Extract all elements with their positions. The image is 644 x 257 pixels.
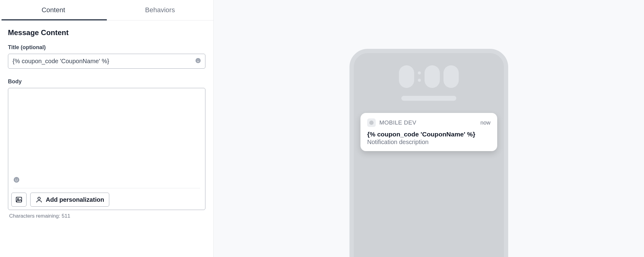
app-name: MOBILE DEV — [379, 119, 477, 126]
form-area: Message Content Title (optional) Body Ad… — [0, 20, 213, 227]
add-personalization-label: Add personalization — [46, 196, 104, 203]
title-input[interactable] — [8, 54, 205, 69]
svg-point-5 — [17, 179, 18, 179]
svg-point-4 — [15, 179, 16, 179]
notification-preview: MOBILE DEV now {% coupon_code 'CouponNam… — [360, 113, 497, 151]
app-icon — [367, 118, 376, 127]
svg-point-8 — [38, 197, 40, 200]
phone-mockup: MOBILE DEV now {% coupon_code 'CouponNam… — [349, 49, 508, 257]
section-title: Message Content — [8, 28, 205, 37]
notification-time: now — [480, 120, 490, 126]
person-icon — [35, 196, 43, 203]
tabs: Content Behaviors — [0, 0, 213, 20]
svg-point-3 — [14, 177, 19, 183]
add-personalization-button[interactable]: Add personalization — [30, 193, 109, 207]
emoji-icon[interactable] — [195, 57, 201, 65]
add-image-button[interactable] — [11, 193, 27, 207]
tab-content[interactable]: Content — [0, 0, 107, 20]
notification-title: {% coupon_code 'CouponName' %} — [367, 131, 490, 138]
image-icon — [15, 196, 23, 203]
svg-point-7 — [17, 198, 19, 200]
body-textarea[interactable] — [11, 91, 202, 175]
preview-panel: MOBILE DEV now {% coupon_code 'CouponNam… — [214, 0, 644, 257]
phone-date-placeholder — [401, 96, 456, 101]
title-label: Title (optional) — [8, 44, 205, 51]
body-box: Add personalization — [8, 88, 205, 210]
notification-header: MOBILE DEV now — [367, 118, 490, 127]
tab-behaviors[interactable]: Behaviors — [107, 0, 214, 20]
chars-remaining: Characters remaining: 511 — [9, 213, 205, 219]
svg-point-0 — [196, 58, 201, 63]
action-row: Add personalization — [11, 193, 202, 207]
divider — [13, 188, 200, 188]
body-label: Body — [8, 78, 205, 85]
svg-point-2 — [198, 60, 199, 60]
notification-description: Notification description — [367, 139, 490, 146]
svg-point-1 — [197, 60, 197, 60]
phone-clock-placeholder — [360, 65, 497, 88]
editor-panel: Content Behaviors Message Content Title … — [0, 0, 214, 257]
emoji-icon[interactable] — [13, 176, 20, 185]
title-input-wrap — [8, 54, 205, 69]
